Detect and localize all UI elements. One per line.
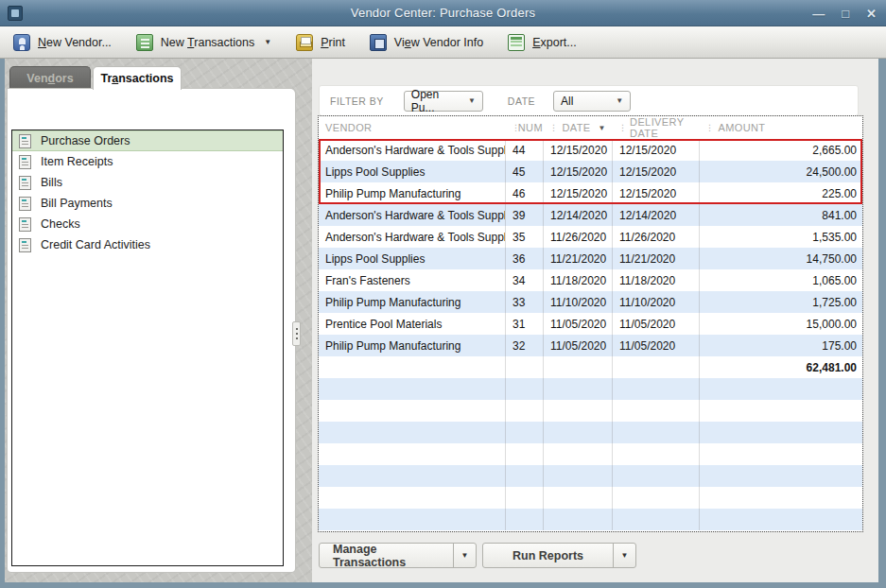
cell-vendor: Lipps Pool Supplies [319,161,505,182]
empty-row [319,509,862,530]
table-row[interactable]: Lipps Pool Supplies3611/21/202011/21/202… [319,248,862,269]
cell-num [505,400,543,422]
cell-vendor: Prentice Pool Materials [319,313,505,335]
cell-num: 36 [505,248,543,269]
cell-delivery-date [612,422,699,443]
cell-date: 12/15/2020 [543,161,612,182]
toolbar: New Vendor... New Transactions ▼ Print V… [0,26,886,59]
table-row[interactable]: Fran's Fasteners3411/18/202011/18/20201,… [319,269,862,291]
cell-num [505,509,543,530]
chevron-down-icon[interactable]: ▼ [264,38,271,46]
cell-vendor: Anderson's Hardware & Tools Supply [319,139,505,161]
run-reports-label: Run Reports [483,544,613,567]
view-vendor-info-button[interactable]: View Vendor Info [370,34,483,51]
date-label: DATE [508,95,535,107]
sidebar-item-credit-card-activities[interactable]: Credit Card Activities [12,234,283,255]
tab-vendors[interactable]: Vendors [9,66,91,90]
cell-delivery-date [612,378,699,400]
chevron-down-icon: ▼ [468,96,476,105]
table-row[interactable]: Prentice Pool Materials3111/05/202011/05… [319,313,862,335]
tab-transactions-label: Transactions [100,72,173,85]
cell-vendor: Anderson's Hardware & Tools Supply [319,226,505,248]
empty-row [319,400,862,422]
filter-by-dropdown[interactable]: Open Pu... ▼ [404,91,483,112]
sidebar-item-checks[interactable]: Checks [12,214,283,234]
sort-descending-icon: ▼ [599,124,606,132]
cell-delivery-date [612,356,699,378]
export-button[interactable]: Export... [508,34,577,51]
cell-delivery-date: 11/10/2020 [612,291,699,313]
tab-transactions[interactable]: Transactions [93,66,182,90]
cell-date: 12/15/2020 [543,182,612,204]
window-border-bottom [0,582,886,588]
cell-delivery-date [612,487,699,509]
cell-num [505,378,543,400]
cell-vendor [319,487,505,509]
column-header-vendor[interactable]: VENDOR [319,116,505,139]
manage-transactions-button[interactable]: Manage Transactions ▼ [319,543,477,568]
column-header-delivery-date[interactable]: ⋮DELIVERY DATE [612,116,699,139]
cell-num: 33 [505,291,543,313]
document-icon [19,217,31,232]
close-button[interactable]: ✕ [866,8,877,20]
cell-delivery-date: 11/05/2020 [612,313,699,335]
column-header-num[interactable]: ⋮NUM [505,116,543,139]
table-row[interactable]: Anderson's Hardware & Tools Supply4412/1… [319,139,862,161]
cell-delivery-date: 12/14/2020 [612,204,699,226]
cell-vendor [319,400,505,422]
cell-delivery-date [612,443,699,465]
cell-date [543,465,612,487]
new-vendor-button[interactable]: New Vendor... [13,34,112,51]
splitter-grip-icon[interactable] [292,321,301,346]
table-row[interactable]: Philip Pump Manufacturing3311/10/202011/… [319,291,862,313]
cell-delivery-date: 11/05/2020 [612,335,699,356]
column-header-amount[interactable]: ⋮AMOUNT [699,116,862,139]
table-row[interactable]: Philip Pump Manufacturing3211/05/202011/… [319,335,862,356]
cell-amount: 62,481.00 [699,356,862,378]
empty-row [319,465,862,487]
sidebar-item-bills[interactable]: Bills [12,172,283,193]
cell-amount: 1,065.00 [699,269,862,291]
table-row[interactable]: Anderson's Hardware & Tools Supply3511/2… [319,226,862,248]
column-header-label: DELIVERY DATE [630,116,699,139]
cell-amount [699,378,862,400]
cell-num [505,422,543,443]
chevron-down-icon[interactable]: ▼ [613,544,635,567]
sidebar-item-purchase-orders[interactable]: Purchase Orders [12,130,283,151]
panel-splitter[interactable] [295,59,312,582]
cell-date [543,378,612,400]
tab-vendors-label: Vendors [26,72,73,85]
cell-amount: 1,725.00 [699,291,862,313]
column-separator: ⋮ [618,123,627,132]
total-row[interactable]: 62,481.00 [319,356,862,378]
window-icon [8,6,23,21]
column-separator: ⋮ [705,123,714,132]
cell-num: 31 [505,313,543,335]
cell-num [505,443,543,465]
document-icon [19,197,31,211]
cell-num [505,356,543,378]
run-reports-button[interactable]: Run Reports ▼ [482,543,636,568]
chevron-down-icon[interactable]: ▼ [453,544,476,567]
print-button[interactable]: Print [296,34,345,51]
column-header-date[interactable]: ⋮DATE▼ [543,116,612,139]
cell-date [543,487,612,509]
cell-amount [699,422,862,443]
column-header-label: NUM [518,122,543,133]
minimize-button[interactable]: — [812,8,825,20]
date-dropdown[interactable]: All ▼ [553,91,631,112]
maximize-button[interactable]: □ [842,8,849,20]
document-icon [19,134,31,148]
export-icon [508,34,525,51]
cell-amount: 14,750.00 [699,248,862,269]
table-row[interactable]: Anderson's Hardware & Tools Supply3912/1… [319,204,862,226]
new-transactions-button[interactable]: New Transactions ▼ [136,34,271,51]
table-row[interactable]: Philip Pump Manufacturing4612/15/202012/… [319,182,862,204]
new-transactions-label: New Transactions [161,36,254,49]
sidebar-item-item-receipts[interactable]: Item Receipts [12,151,283,172]
document-icon [19,155,31,169]
manage-transactions-label: Manage Transactions [320,544,453,567]
table-row[interactable]: Lipps Pool Supplies4512/15/202012/15/202… [319,161,862,182]
column-separator: ⋮ [549,123,558,132]
sidebar-item-bill-payments[interactable]: Bill Payments [12,193,283,214]
